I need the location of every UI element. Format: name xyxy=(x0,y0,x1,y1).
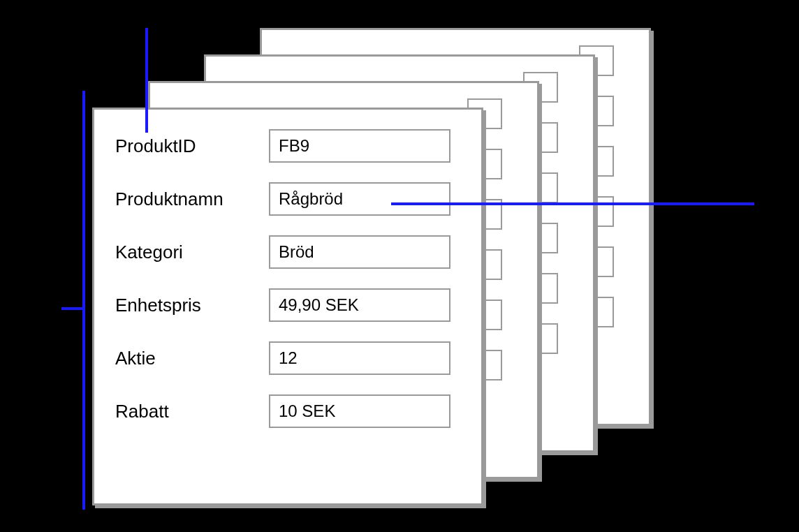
field-produktnamn[interactable]: Rågbröd xyxy=(269,182,450,216)
field-enhetspris[interactable]: 49,90 SEK xyxy=(269,288,450,322)
form-row-aktie: Aktie 12 xyxy=(115,341,460,375)
label-produktid: ProduktID xyxy=(115,135,269,157)
label-rabatt: Rabatt xyxy=(115,401,269,422)
connector-left-vertical xyxy=(82,91,85,510)
form-row-rabatt: Rabatt 10 SEK xyxy=(115,394,460,428)
label-kategori: Kategori xyxy=(115,242,269,263)
form-row-produktid: ProduktID FB9 xyxy=(115,129,460,163)
label-produktnamn: Produktnamn xyxy=(115,189,269,210)
connector-right-horizontal xyxy=(391,202,754,205)
label-enhetspris: Enhetspris xyxy=(115,295,269,316)
form-row-produktnamn: Produktnamn Rågbröd xyxy=(115,182,460,216)
connector-top-vertical xyxy=(145,28,148,133)
connector-left-tick xyxy=(61,307,85,310)
form-row-kategori: Kategori Bröd xyxy=(115,235,460,269)
form-row-enhetspris: Enhetspris 49,90 SEK xyxy=(115,288,460,322)
field-produktid[interactable]: FB9 xyxy=(269,129,450,163)
record-card-front: ProduktID FB9 Produktnamn Rågbröd Katego… xyxy=(92,108,483,505)
field-kategori[interactable]: Bröd xyxy=(269,235,450,269)
field-aktie[interactable]: 12 xyxy=(269,341,450,375)
label-aktie: Aktie xyxy=(115,348,269,369)
field-rabatt[interactable]: 10 SEK xyxy=(269,394,450,428)
